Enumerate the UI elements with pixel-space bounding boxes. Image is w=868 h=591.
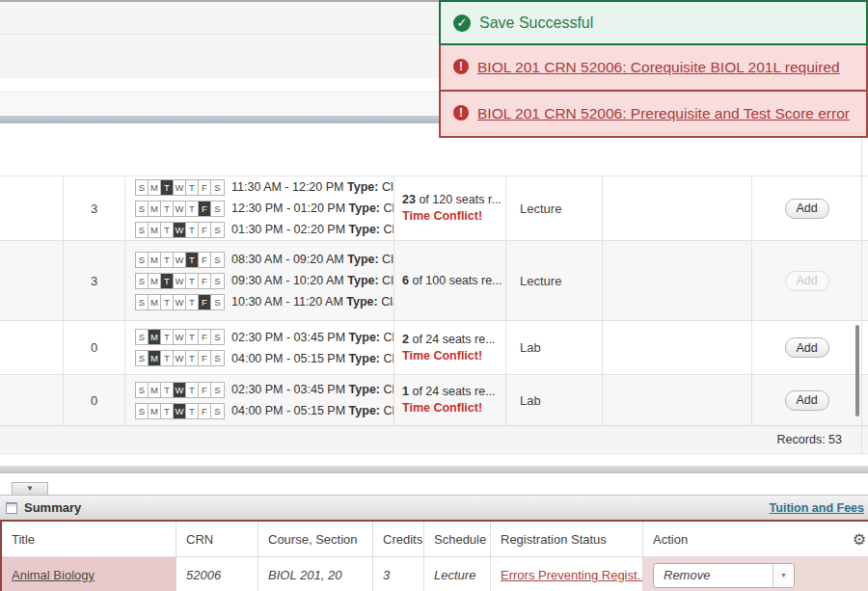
seats-remaining-text: 6 of 100 seats re... <box>402 273 505 289</box>
meeting-line: SMTWTFS04:00 PM - 05:15 PM Type: Cla <box>135 400 393 421</box>
day-cell: T <box>161 330 174 344</box>
credits-cell: 3 <box>64 241 125 320</box>
records-count: Records: 53 <box>777 433 842 446</box>
results-row: 0SMTWTFS02:30 PM - 03:45 PM Type: ClaSMT… <box>0 374 868 425</box>
meeting-line: SMTWTFS09:30 AM - 10:20 AM Type: Cla <box>135 270 393 291</box>
notification-panel: ✓ Save Successful !BIOL 201 CRN 52006: C… <box>439 0 868 138</box>
results-row: 0SMTWTFS02:30 PM - 03:45 PM Type: ClaSMT… <box>0 320 868 374</box>
meeting-times-cell: SMTWTFS02:30 PM - 03:45 PM Type: ClaSMTW… <box>125 375 394 425</box>
meeting-time-text: 04:00 PM - 05:15 PM Type: Cla <box>231 352 394 365</box>
credits-cell: 3 <box>64 176 125 240</box>
day-cell: M <box>149 223 161 237</box>
hidden-column-cell <box>0 321 64 374</box>
seats-remaining-text: 1 of 24 seats re... <box>402 384 505 400</box>
col-header-course-section: Course, Section <box>258 522 373 556</box>
registration-error-link[interactable]: BIOL 201 CRN 52006: Prerequisite and Tes… <box>477 101 850 126</box>
day-cell: W <box>174 180 186 195</box>
hidden-column-cell <box>0 176 64 240</box>
course-title-link[interactable]: Animal Biology <box>12 568 95 582</box>
day-cell: S <box>211 404 224 418</box>
col-header-registration-status: Registration Status <box>491 522 643 556</box>
day-cell: W <box>174 253 186 267</box>
day-cell: T <box>186 223 199 237</box>
day-cell: T <box>186 180 199 195</box>
save-successful-banner: ✓ Save Successful <box>439 0 868 45</box>
registration-error-banner: !BIOL 201 CRN 52006: Prerequisite and Te… <box>439 92 868 138</box>
day-cell: S <box>136 223 149 237</box>
day-of-week-grid: SMTWTFS <box>135 252 225 268</box>
day-cell: T <box>186 201 199 216</box>
meeting-time-text: 09:30 AM - 10:20 AM Type: Cla <box>231 274 394 287</box>
empty-cell <box>603 241 752 320</box>
summary-table: Title CRN Course, Section Credits Schedu… <box>0 520 868 591</box>
summary-status-cell: Errors Preventing Regist... <box>491 557 643 591</box>
day-cell: T <box>161 351 174 365</box>
summary-course-section-cell: BIOL 201, 20 <box>258 557 373 591</box>
results-row: 3SMTWTFS08:30 AM - 09:20 AM Type: ClaSMT… <box>0 240 868 320</box>
day-cell: T <box>186 253 199 267</box>
day-of-week-grid: SMTWTFS <box>135 329 225 345</box>
day-of-week-grid: SMTWTFS <box>135 201 225 217</box>
day-cell: M <box>149 201 161 216</box>
add-button[interactable]: Add <box>785 199 829 219</box>
day-cell: S <box>211 180 224 195</box>
action-select-caret: ▼ <box>773 564 794 587</box>
meeting-time-text: 11:30 AM - 12:20 PM Type: Cla <box>231 180 394 194</box>
day-cell: T <box>186 404 199 418</box>
day-cell: S <box>211 223 224 237</box>
summary-collapse-tab[interactable]: ▼ <box>12 482 48 495</box>
day-cell: T <box>186 295 199 309</box>
seats-remaining-text: 2 of 24 seats re... <box>402 332 505 348</box>
day-cell: F <box>199 330 211 344</box>
day-cell: T <box>186 383 199 397</box>
day-cell: M <box>149 404 161 418</box>
day-cell: W <box>174 223 186 237</box>
seats-status-cell: 1 of 24 seats re...Time Conflict! <box>394 375 506 425</box>
tuition-and-fees-link[interactable]: Tuition and Fees <box>770 501 864 515</box>
day-cell: S <box>211 330 224 344</box>
schedule-type-cell: Lab <box>506 321 603 374</box>
summary-schedule-type-cell: Lecture <box>424 557 491 591</box>
meeting-line: SMTWTFS04:00 PM - 05:15 PM Type: Cla <box>135 348 393 369</box>
day-cell: S <box>211 295 224 309</box>
meeting-line: SMTWTFS10:30 AM - 11:20 AM Type: Cla <box>135 291 393 312</box>
registration-status-link[interactable]: Errors Preventing Regist... <box>501 568 643 582</box>
action-select[interactable]: Remove ▼ <box>653 563 795 588</box>
pane-splitter[interactable] <box>0 466 868 473</box>
add-button[interactable]: Add <box>785 337 829 358</box>
day-cell: S <box>211 383 224 397</box>
meeting-line: SMTWTFS02:30 PM - 03:45 PM Type: Cla <box>135 327 393 348</box>
day-cell: F <box>199 404 211 418</box>
vertical-scrollbar-thumb[interactable] <box>855 325 859 416</box>
day-cell: S <box>136 295 149 309</box>
day-of-week-grid: SMTWTFS <box>135 350 225 366</box>
day-of-week-grid: SMTWTFS <box>135 294 225 310</box>
action-select-value: Remove <box>654 564 773 587</box>
meeting-line: SMTWTFS11:30 AM - 12:20 PM Type: Cla <box>135 176 393 198</box>
day-cell: F <box>199 180 211 195</box>
day-cell: W <box>174 383 186 397</box>
day-cell: M <box>149 180 161 195</box>
day-cell: F <box>199 223 211 237</box>
results-row: 3SMTWTFS11:30 AM - 12:20 PM Type: ClaSMT… <box>0 175 868 240</box>
day-cell: M <box>149 253 161 267</box>
day-cell: F <box>199 253 211 267</box>
registration-error-link[interactable]: BIOL 201 CRN 52006: Corequisite BIOL 201… <box>477 55 840 80</box>
summary-panel-title: Summary <box>24 500 770 515</box>
day-of-week-grid: SMTWTFS <box>135 273 225 289</box>
chevron-down-icon: ▼ <box>26 484 34 493</box>
day-cell: M <box>149 295 161 309</box>
day-cell: T <box>186 330 199 344</box>
chevron-down-icon: ▼ <box>780 572 787 578</box>
add-cell: Add <box>752 375 861 425</box>
error-exclamation-icon: ! <box>453 59 469 74</box>
gear-icon[interactable]: ⚙ <box>853 530 866 549</box>
registration-error-banner: !BIOL 201 CRN 52006: Corequisite BIOL 20… <box>439 45 868 92</box>
empty-cell <box>603 176 752 240</box>
col-header-crn: CRN <box>176 522 258 556</box>
day-cell: T <box>161 274 174 288</box>
add-button[interactable]: Add <box>785 390 829 411</box>
meeting-time-text: 10:30 AM - 11:20 AM Type: Cla <box>231 295 394 309</box>
table-right-border <box>861 123 862 454</box>
meeting-time-text: 12:30 PM - 01:20 PM Type: Cla <box>231 201 394 215</box>
